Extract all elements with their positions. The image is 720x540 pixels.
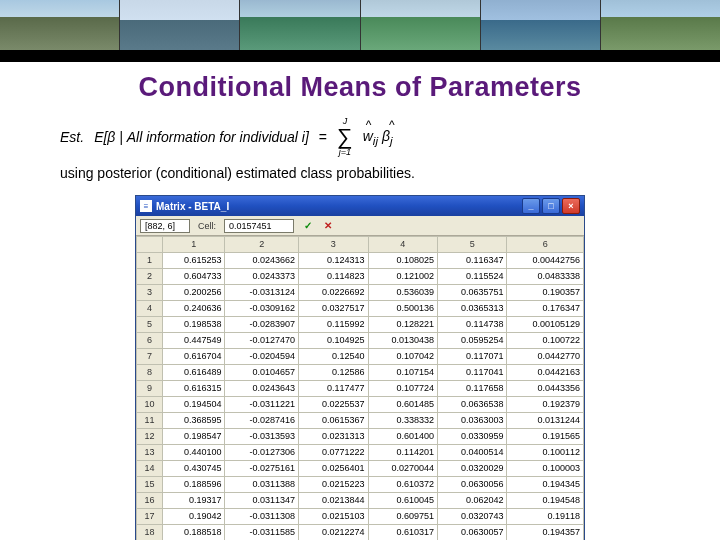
data-cell[interactable]: -0.0311308 [225, 509, 299, 525]
data-cell[interactable]: 0.0483338 [507, 269, 584, 285]
data-cell[interactable]: 0.0130438 [368, 333, 437, 349]
data-cell[interactable]: 0.0320743 [438, 509, 507, 525]
column-header[interactable]: 5 [438, 237, 507, 253]
cell-value-input[interactable]: 0.0157451 [224, 219, 294, 233]
data-cell[interactable]: 0.107154 [368, 365, 437, 381]
data-cell[interactable]: 0.114823 [299, 269, 368, 285]
data-cell[interactable]: 0.121002 [368, 269, 437, 285]
data-cell[interactable]: 0.188518 [163, 525, 225, 541]
row-header[interactable]: 18 [137, 525, 163, 541]
data-cell[interactable]: 0.0442163 [507, 365, 584, 381]
data-cell[interactable]: 0.0243643 [225, 381, 299, 397]
data-cell[interactable]: 0.0215223 [299, 477, 368, 493]
data-cell[interactable]: -0.0311221 [225, 397, 299, 413]
data-cell[interactable]: 0.0363003 [438, 413, 507, 429]
data-cell[interactable]: 0.0615367 [299, 413, 368, 429]
data-cell[interactable]: -0.0313124 [225, 285, 299, 301]
data-cell[interactable]: 0.601485 [368, 397, 437, 413]
data-cell[interactable]: 0.536039 [368, 285, 437, 301]
data-cell[interactable]: 0.115992 [299, 317, 368, 333]
data-cell[interactable]: 0.0212274 [299, 525, 368, 541]
data-cell[interactable]: -0.0127306 [225, 445, 299, 461]
data-cell[interactable]: 0.115524 [438, 269, 507, 285]
data-cell[interactable]: 0.198547 [163, 429, 225, 445]
data-cell[interactable]: 0.0226692 [299, 285, 368, 301]
column-header[interactable]: 6 [507, 237, 584, 253]
data-cell[interactable]: -0.0283907 [225, 317, 299, 333]
row-header[interactable]: 3 [137, 285, 163, 301]
cell-reference[interactable]: [882, 6] [140, 219, 190, 233]
row-header[interactable]: 12 [137, 429, 163, 445]
data-cell[interactable]: 0.0270044 [368, 461, 437, 477]
data-cell[interactable]: 0.100722 [507, 333, 584, 349]
data-cell[interactable]: 0.194548 [507, 493, 584, 509]
data-cell[interactable]: -0.0311585 [225, 525, 299, 541]
data-cell[interactable]: 0.0243662 [225, 253, 299, 269]
data-cell[interactable]: 0.601400 [368, 429, 437, 445]
data-cell[interactable]: -0.0313593 [225, 429, 299, 445]
column-header[interactable]: 4 [368, 237, 437, 253]
data-cell[interactable]: 0.430745 [163, 461, 225, 477]
data-cell[interactable]: 0.176347 [507, 301, 584, 317]
column-header[interactable]: 2 [225, 237, 299, 253]
data-cell[interactable]: 0.0311388 [225, 477, 299, 493]
data-cell[interactable]: 0.19118 [507, 509, 584, 525]
data-cell[interactable]: 0.610317 [368, 525, 437, 541]
row-header[interactable]: 1 [137, 253, 163, 269]
data-cell[interactable]: -0.0204594 [225, 349, 299, 365]
data-cell[interactable]: -0.0309162 [225, 301, 299, 317]
data-cell[interactable]: 0.0231313 [299, 429, 368, 445]
minimize-button[interactable]: _ [522, 198, 540, 214]
data-cell[interactable]: 0.117071 [438, 349, 507, 365]
close-button[interactable]: × [562, 198, 580, 214]
data-cell[interactable]: 0.12540 [299, 349, 368, 365]
data-cell[interactable]: 0.100003 [507, 461, 584, 477]
row-header[interactable]: 15 [137, 477, 163, 493]
row-header[interactable]: 10 [137, 397, 163, 413]
data-cell[interactable]: 0.19042 [163, 509, 225, 525]
data-cell[interactable]: 0.107724 [368, 381, 437, 397]
data-cell[interactable]: 0.0243373 [225, 269, 299, 285]
data-cell[interactable]: 0.194345 [507, 477, 584, 493]
data-cell[interactable]: -0.0275161 [225, 461, 299, 477]
column-header[interactable]: 3 [299, 237, 368, 253]
row-header[interactable]: 9 [137, 381, 163, 397]
data-cell[interactable]: 0.124313 [299, 253, 368, 269]
data-cell[interactable]: -0.0287416 [225, 413, 299, 429]
data-table[interactable]: 12345610.6152530.02436620.1243130.108025… [136, 236, 584, 540]
column-header[interactable]: 1 [163, 237, 225, 253]
data-cell[interactable]: 0.447549 [163, 333, 225, 349]
data-cell[interactable]: 0.616315 [163, 381, 225, 397]
data-cell[interactable]: 0.12586 [299, 365, 368, 381]
row-header[interactable]: 2 [137, 269, 163, 285]
row-header[interactable]: 6 [137, 333, 163, 349]
data-cell[interactable]: 0.0311347 [225, 493, 299, 509]
data-cell[interactable]: 0.114201 [368, 445, 437, 461]
data-cell[interactable]: 0.116347 [438, 253, 507, 269]
data-cell[interactable]: 0.062042 [438, 493, 507, 509]
data-cell[interactable]: 0.0630057 [438, 525, 507, 541]
data-cell[interactable]: 0.198538 [163, 317, 225, 333]
data-cell[interactable]: 0.100112 [507, 445, 584, 461]
data-cell[interactable]: 0.188596 [163, 477, 225, 493]
data-cell[interactable]: 0.610045 [368, 493, 437, 509]
row-header[interactable]: 11 [137, 413, 163, 429]
row-header[interactable]: 7 [137, 349, 163, 365]
data-cell[interactable]: 0.0442770 [507, 349, 584, 365]
data-cell[interactable]: 0.0320029 [438, 461, 507, 477]
data-cell[interactable]: 0.117477 [299, 381, 368, 397]
data-cell[interactable]: 0.0443356 [507, 381, 584, 397]
data-cell[interactable]: 0.190357 [507, 285, 584, 301]
data-cell[interactable]: 0.00105129 [507, 317, 584, 333]
data-cell[interactable]: 0.0635751 [438, 285, 507, 301]
data-cell[interactable]: 0.0213844 [299, 493, 368, 509]
data-cell[interactable]: 0.104925 [299, 333, 368, 349]
data-cell[interactable]: 0.609751 [368, 509, 437, 525]
row-header[interactable]: 17 [137, 509, 163, 525]
data-cell[interactable]: 0.194357 [507, 525, 584, 541]
data-cell[interactable]: 0.0104657 [225, 365, 299, 381]
data-cell[interactable]: 0.0365313 [438, 301, 507, 317]
data-cell[interactable]: 0.0771222 [299, 445, 368, 461]
data-cell[interactable]: 0.0215103 [299, 509, 368, 525]
row-header[interactable]: 8 [137, 365, 163, 381]
